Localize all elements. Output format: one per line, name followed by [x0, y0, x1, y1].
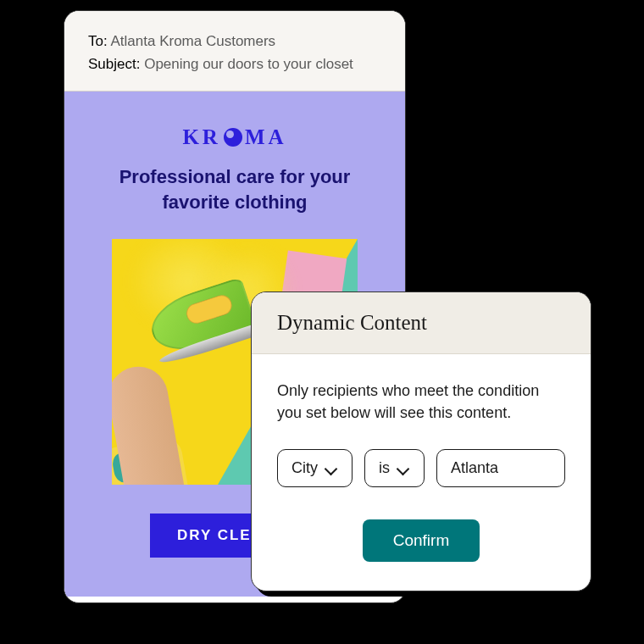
- value-input-text: Atlanta: [451, 459, 498, 477]
- to-value: Atlanta Kroma Customers: [110, 33, 275, 49]
- dynamic-content-modal: Dynamic Content Only recipients who meet…: [251, 291, 591, 591]
- confirm-wrap: Confirm: [277, 519, 565, 562]
- email-to-row: To: Atlanta Kroma Customers: [88, 30, 381, 53]
- brand-o-icon: [224, 128, 242, 147]
- brand-text-left: KR: [182, 125, 221, 149]
- modal-title: Dynamic Content: [277, 311, 565, 335]
- modal-description: Only recipients who meet the condition y…: [277, 380, 565, 424]
- field-select[interactable]: City: [277, 449, 353, 487]
- modal-header: Dynamic Content: [252, 292, 591, 354]
- value-input[interactable]: Atlanta: [436, 449, 565, 487]
- to-label: To:: [88, 33, 108, 49]
- modal-body: Only recipients who meet the condition y…: [252, 354, 591, 591]
- subject-label: Subject:: [88, 56, 140, 72]
- email-header: To: Atlanta Kroma Customers Subject: Ope…: [64, 11, 405, 92]
- brand-text-right: MA: [245, 125, 287, 149]
- chevron-down-icon: [398, 465, 410, 472]
- email-subject-row: Subject: Opening our doors to your close…: [88, 53, 381, 75]
- field-select-value: City: [291, 459, 318, 477]
- chevron-down-icon: [326, 465, 338, 472]
- operator-select-value: is: [379, 459, 390, 477]
- operator-select[interactable]: is: [364, 449, 425, 487]
- condition-row: City is Atlanta: [277, 449, 565, 487]
- email-headline: Professional care for your favorite clot…: [88, 164, 381, 214]
- subject-value: Opening our doors to your closet: [144, 56, 353, 72]
- confirm-button[interactable]: Confirm: [363, 519, 480, 562]
- brand-logo: KR MA: [88, 125, 381, 149]
